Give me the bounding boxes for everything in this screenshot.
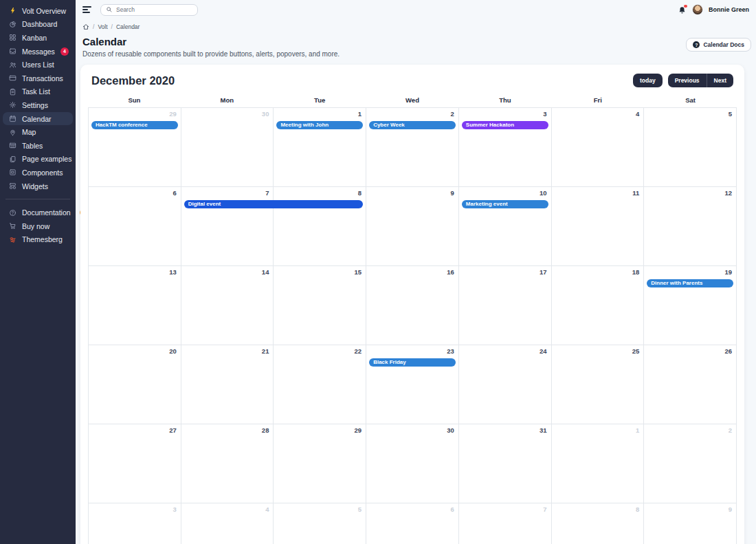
sidebar-item-label: Volt Overview bbox=[22, 7, 66, 15]
calendar-day-cell[interactable]: 27 bbox=[89, 424, 181, 503]
sidebar-item-themesberg[interactable]: Themesberg bbox=[3, 233, 73, 247]
calendar-day-cell[interactable]: 13 bbox=[89, 266, 181, 345]
widgets-icon bbox=[9, 182, 16, 190]
sidebar-item-users-list[interactable]: Users List bbox=[3, 58, 73, 72]
search-box[interactable] bbox=[100, 4, 198, 16]
calendar-day-cell[interactable]: 12 bbox=[644, 187, 737, 266]
day-number: 9 bbox=[369, 189, 456, 198]
calendar-event[interactable]: Meeting with John bbox=[276, 121, 363, 129]
day-number: 5 bbox=[276, 505, 363, 514]
calendar-day-cell[interactable]: 24 bbox=[459, 345, 552, 424]
calendar-event[interactable]: Black Friday bbox=[369, 358, 456, 367]
calendar-day-cell[interactable]: 5 bbox=[274, 503, 366, 544]
day-number: 28 bbox=[184, 426, 271, 435]
calendar-event[interactable]: Dinner with Parents bbox=[647, 279, 733, 287]
calendar-day-cell[interactable]: 7Digital event bbox=[181, 187, 274, 266]
calendar-day-cell[interactable]: 23Black Friday bbox=[366, 345, 459, 424]
calendar-day-cell[interactable]: 4 bbox=[181, 503, 274, 544]
sidebar-item-page-examples[interactable]: Page examples bbox=[3, 153, 73, 166]
weekday-label: Mon bbox=[181, 94, 274, 107]
calendar-day-cell[interactable]: 19Dinner with Parents bbox=[644, 266, 737, 345]
bell-icon[interactable] bbox=[678, 6, 687, 14]
calendar-event[interactable]: HackTM conference bbox=[91, 121, 178, 129]
calendar-day-cell[interactable]: 4 bbox=[552, 108, 645, 187]
sidebar-item-buy-now[interactable]: Buy now bbox=[3, 219, 73, 233]
calendar-day-cell[interactable]: 14 bbox=[181, 266, 274, 345]
sidebar-item-task-list[interactable]: Task List bbox=[3, 85, 73, 99]
themesberg-logo-icon bbox=[9, 236, 16, 243]
calendar-grid: 29HackTM conference301Meeting with John2… bbox=[88, 107, 737, 544]
sidebar-item-settings[interactable]: Settings bbox=[3, 98, 73, 112]
calendar-day-cell[interactable]: 29HackTM conference bbox=[89, 108, 181, 187]
calendar-day-cell[interactable]: 5 bbox=[644, 108, 737, 187]
calendar-day-cell[interactable]: 30 bbox=[181, 108, 274, 187]
day-number: 13 bbox=[91, 268, 178, 277]
menu-icon[interactable] bbox=[82, 6, 92, 13]
calendar-day-cell[interactable]: 16 bbox=[366, 266, 459, 345]
sidebar-item-dashboard[interactable]: Dashboard bbox=[3, 18, 73, 32]
calendar-day-cell[interactable]: 3 bbox=[89, 503, 181, 544]
calendar-event[interactable]: Marketing event bbox=[462, 200, 548, 208]
notification-dot bbox=[684, 5, 687, 8]
calendar-day-cell[interactable]: 8 bbox=[552, 503, 645, 544]
calendar-day-cell[interactable]: 3Summer Hackaton bbox=[459, 108, 552, 187]
home-icon[interactable] bbox=[82, 23, 89, 30]
previous-button[interactable]: Previous bbox=[668, 74, 707, 87]
calendar-day-cell[interactable]: 26 bbox=[644, 345, 737, 424]
weekday-label: Sat bbox=[644, 94, 737, 107]
calendar-day-cell[interactable]: 22 bbox=[274, 345, 366, 424]
user-name[interactable]: Bonnie Green bbox=[709, 6, 749, 13]
calendar-day-cell[interactable]: 1Meeting with John bbox=[274, 108, 366, 187]
sidebar-item-messages[interactable]: Messages4 bbox=[3, 45, 73, 58]
day-number: 14 bbox=[184, 268, 271, 277]
avatar[interactable] bbox=[692, 4, 703, 15]
calendar-day-cell[interactable]: 11 bbox=[552, 187, 645, 266]
sidebar-item-map[interactable]: Map bbox=[3, 125, 73, 139]
calendar-day-cell[interactable]: 8 bbox=[274, 187, 366, 266]
calendar-day-cell[interactable]: 20 bbox=[89, 345, 181, 424]
calendar-day-cell[interactable]: 31 bbox=[459, 424, 552, 503]
calendar-day-cell[interactable]: 2Cyber Week bbox=[366, 108, 459, 187]
calendar-day-cell[interactable]: 21 bbox=[181, 345, 274, 424]
calendar-day-cell[interactable]: 2 bbox=[644, 424, 737, 503]
question-circle-icon: ? bbox=[693, 41, 700, 48]
sidebar-item-kanban[interactable]: Kanban bbox=[3, 31, 73, 45]
credit-card-icon bbox=[9, 74, 16, 82]
pages-icon bbox=[9, 155, 16, 163]
search-input[interactable] bbox=[116, 6, 192, 13]
calendar-day-cell[interactable]: 9 bbox=[366, 187, 459, 266]
sidebar-divider bbox=[5, 199, 70, 199]
sidebar-item-transactions[interactable]: Transactions bbox=[3, 72, 73, 85]
calendar-day-cell[interactable]: 18 bbox=[552, 266, 645, 345]
calendar-day-cell[interactable]: 30 bbox=[366, 424, 459, 503]
calendar-day-cell[interactable]: 6 bbox=[89, 187, 181, 266]
sidebar-item-tables[interactable]: Tables bbox=[3, 139, 73, 153]
calendar-event[interactable]: Summer Hackaton bbox=[462, 121, 548, 129]
calendar-docs-button[interactable]: ? Calendar Docs bbox=[686, 38, 751, 52]
page-header: Calendar Dozens of reusable components b… bbox=[76, 30, 756, 58]
day-number: 2 bbox=[369, 110, 456, 119]
calendar-event[interactable]: Digital event bbox=[184, 200, 363, 208]
sidebar-item-widgets[interactable]: Widgets bbox=[3, 179, 73, 193]
calendar-week-row: 20212223Black Friday242526 bbox=[89, 345, 737, 424]
sidebar-item-components[interactable]: Components bbox=[3, 166, 73, 179]
next-button[interactable]: Next bbox=[707, 74, 733, 87]
calendar-day-cell[interactable]: 6 bbox=[366, 503, 459, 544]
calendar-day-cell[interactable]: 7 bbox=[459, 503, 552, 544]
calendar-day-cell[interactable]: 10Marketing event bbox=[459, 187, 552, 266]
calendar-day-cell[interactable]: 17 bbox=[459, 266, 552, 345]
day-number: 5 bbox=[647, 110, 733, 119]
calendar-day-cell[interactable]: 25 bbox=[552, 345, 645, 424]
calendar-day-cell[interactable]: 1 bbox=[552, 424, 645, 503]
sidebar-item-calendar[interactable]: Calendar bbox=[3, 112, 73, 126]
today-button[interactable]: today bbox=[633, 74, 663, 87]
sidebar-item-volt-overview[interactable]: Volt Overview bbox=[3, 4, 73, 18]
calendar-day-cell[interactable]: 29 bbox=[274, 424, 366, 503]
calendar-event[interactable]: Cyber Week bbox=[369, 121, 456, 129]
calendar-day-cell[interactable]: 15 bbox=[274, 266, 366, 345]
weekday-label: Wed bbox=[366, 94, 459, 107]
calendar-day-cell[interactable]: 28 bbox=[181, 424, 274, 503]
breadcrumb-volt[interactable]: Volt bbox=[98, 23, 107, 30]
calendar-day-cell[interactable]: 9 bbox=[644, 503, 737, 544]
sidebar-item-documentation[interactable]: Documentationv1.3 bbox=[3, 206, 73, 219]
